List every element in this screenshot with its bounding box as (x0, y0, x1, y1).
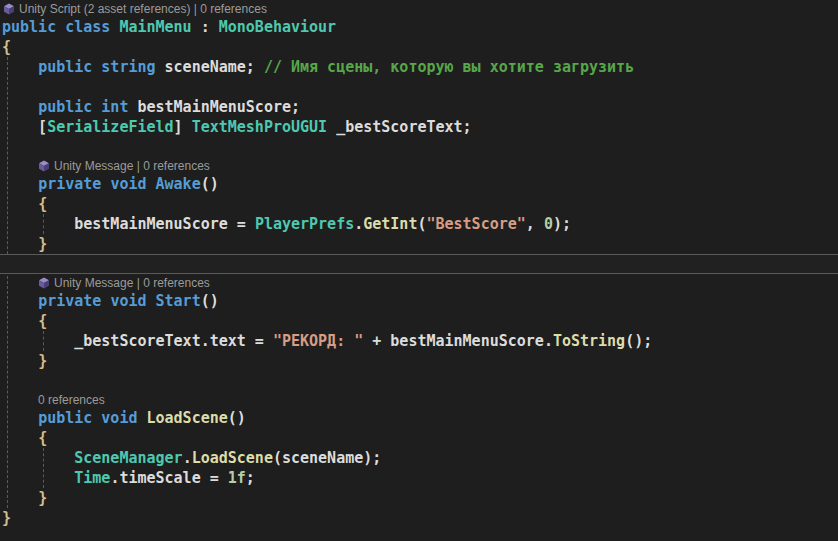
code-line[interactable]: } (0, 488, 838, 508)
code-token: public (38, 58, 101, 76)
split-editor-divider[interactable] (0, 254, 838, 274)
code-line[interactable]: { (0, 37, 838, 57)
code-line[interactable]: { (0, 428, 838, 448)
code-token: private (38, 175, 110, 193)
code-line[interactable] (0, 137, 838, 157)
code-token: ( (273, 449, 282, 467)
code-line[interactable]: bestMainMenuScore = PlayerPrefs.GetInt("… (0, 214, 838, 234)
code-line[interactable]: } (0, 234, 838, 254)
code-token: . (354, 215, 363, 233)
code-token: ] (174, 118, 192, 136)
codelens-text[interactable]: Unity Message | 0 references (54, 159, 210, 173)
code-token: LoadScene (147, 409, 228, 427)
code-token: void (110, 175, 155, 193)
code-token: { (2, 38, 11, 56)
code-token (2, 409, 38, 427)
code-token: ); (553, 215, 571, 233)
code-line[interactable]: { (0, 194, 838, 214)
code-token: GetInt (363, 215, 417, 233)
codelens-text[interactable]: 0 references (38, 393, 105, 407)
code-line[interactable] (0, 371, 838, 391)
code-token: { (38, 312, 47, 330)
code-token (2, 469, 74, 487)
code-token: : (192, 18, 219, 36)
code-token: PlayerPrefs (255, 215, 354, 233)
unity-cube-icon (38, 277, 50, 289)
code-token: "BestScore" (426, 215, 525, 233)
code-token: Start (156, 292, 201, 310)
code-editor[interactable]: Unity Script (2 asset references) | 0 re… (0, 0, 838, 541)
code-line[interactable]: private void Awake() (0, 174, 838, 194)
code-token: Time (74, 469, 110, 487)
code-token: MonoBehaviour (219, 18, 336, 36)
code-token: () (228, 409, 246, 427)
code-token (2, 195, 38, 213)
code-token: } (2, 509, 11, 527)
code-line[interactable]: Time.timeScale = 1f; (0, 468, 838, 488)
code-line[interactable]: private void Start() (0, 291, 838, 311)
code-token: () (201, 292, 219, 310)
code-token: string (101, 58, 164, 76)
unity-cube-icon (38, 160, 50, 172)
codelens-line[interactable]: Unity Message | 0 references (0, 274, 838, 291)
code-token: _bestScoreText; (327, 118, 472, 136)
code-token (2, 235, 38, 253)
code-line[interactable]: } (0, 508, 838, 528)
code-token: } (38, 235, 47, 253)
code-token: void (101, 409, 146, 427)
code-line[interactable] (0, 77, 838, 97)
code-token: } (38, 352, 47, 370)
code-token: LoadScene (192, 449, 273, 467)
code-token: ); (363, 449, 381, 467)
code-token: public (38, 98, 101, 116)
code-token: [ (2, 118, 47, 136)
code-token (2, 292, 38, 310)
code-line[interactable]: } (0, 351, 838, 371)
code-token: public (38, 409, 101, 427)
code-token (2, 429, 38, 447)
codelens-text[interactable]: Unity Message | 0 references (54, 276, 210, 290)
codelens-line[interactable]: Unity Message | 0 references (0, 157, 838, 174)
code-token: { (38, 429, 47, 447)
code-line[interactable]: _bestScoreText.text = "РЕКОРД: " + bestM… (0, 331, 838, 351)
code-token: sceneName (282, 449, 363, 467)
code-token: bestMainMenuScore = (2, 215, 255, 233)
code-token: void (110, 292, 155, 310)
code-token (2, 98, 38, 116)
code-token: (); (625, 332, 652, 350)
code-line[interactable]: public string sceneName; // Имя сцены, к… (0, 57, 838, 77)
code-token: Awake (156, 175, 201, 193)
code-token: MainMenu (119, 18, 191, 36)
code-token (2, 352, 38, 370)
code-token: { (38, 195, 47, 213)
code-token (2, 312, 38, 330)
code-token: private (38, 292, 110, 310)
code-token (2, 58, 38, 76)
code-token: ; (246, 469, 255, 487)
code-token: () (201, 175, 219, 193)
code-line[interactable]: public int bestMainMenuScore; (0, 97, 838, 117)
code-token: class (65, 18, 119, 36)
code-token: bestMainMenuScore; (137, 98, 300, 116)
code-token: int (101, 98, 137, 116)
code-token: ToString (553, 332, 625, 350)
code-token (2, 449, 74, 467)
code-token: // Имя сцены, которую вы хотите загрузит… (264, 58, 634, 76)
codelens-line[interactable]: Unity Script (2 asset references) | 0 re… (0, 0, 838, 17)
codelens-line[interactable]: 0 references (0, 391, 838, 408)
code-line[interactable]: SceneManager.LoadScene(sceneName); (0, 448, 838, 468)
code-token: TextMeshProUGUI (192, 118, 327, 136)
code-line[interactable]: { (0, 311, 838, 331)
code-token (2, 175, 38, 193)
code-line[interactable]: [SerializeField] TextMeshProUGUI _bestSc… (0, 117, 838, 137)
codelens-text[interactable]: Unity Script (2 asset references) | 0 re… (19, 2, 267, 16)
code-token: .timeScale = (110, 469, 227, 487)
code-token: 1f (228, 469, 246, 487)
code-token: sceneName; (165, 58, 264, 76)
code-line[interactable]: public void LoadScene() (0, 408, 838, 428)
code-line[interactable]: public class MainMenu : MonoBehaviour (0, 17, 838, 37)
code-token: } (38, 489, 47, 507)
code-token: SceneManager (74, 449, 182, 467)
code-token: SerializeField (47, 118, 173, 136)
code-token: . (183, 449, 192, 467)
